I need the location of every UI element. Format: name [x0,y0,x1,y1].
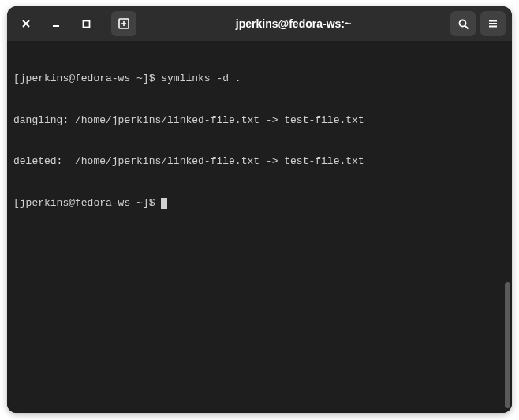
minimize-button[interactable] [43,11,69,36]
prompt: [jperkins@fedora-ws ~]$ [13,197,161,209]
terminal-line: deleted: /home/jperkins/linked-file.txt … [13,154,506,169]
new-tab-button[interactable] [111,11,136,36]
maximize-button[interactable] [73,11,99,36]
output-text: dangling: /home/jperkins/linked-file.txt… [13,114,364,126]
scrollbar[interactable] [505,282,510,408]
terminal-line: [jperkins@fedora-ws ~]$ symlinks -d . [13,72,506,86]
svg-point-2 [459,20,465,26]
maximize-icon [82,20,91,28]
terminal-line: [jperkins@fedora-ws ~]$ [13,196,506,210]
prompt: [jperkins@fedora-ws ~]$ [13,72,161,84]
terminal-body[interactable]: [jperkins@fedora-ws ~]$ symlinks -d . da… [7,41,512,413]
svg-rect-0 [83,20,89,27]
titlebar: jperkins@fedora-ws:~ [7,6,512,41]
menu-button[interactable] [480,11,506,36]
hamburger-icon [487,18,498,29]
command-text: symlinks -d . [161,72,241,84]
minimize-icon [51,19,61,28]
terminal-window: jperkins@fedora-ws:~ [jperkins@fedora-ws… [7,6,512,413]
close-button[interactable] [13,11,39,36]
new-tab-icon [118,17,130,30]
search-icon [457,18,469,30]
output-text: deleted: /home/jperkins/linked-file.txt … [13,155,364,167]
titlebar-right [450,11,506,36]
terminal-line: dangling: /home/jperkins/linked-file.txt… [13,113,506,128]
cursor [161,198,167,209]
search-button[interactable] [450,11,476,36]
window-title: jperkins@fedora-ws:~ [141,17,446,30]
close-icon [21,19,31,28]
